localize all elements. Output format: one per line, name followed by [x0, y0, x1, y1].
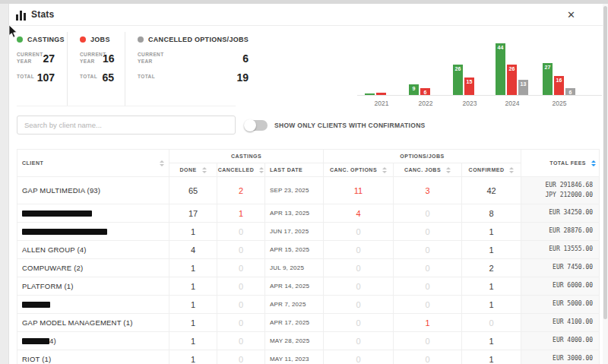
- table-row[interactable]: PLATFORM (1)10APR 14, 2025001EUR 6000.00: [17, 277, 600, 296]
- cancelled-cell: 1: [217, 204, 265, 223]
- cancelled-cell: 2: [217, 177, 265, 204]
- group-header-options-jobs: OPTIONS/JOBS: [324, 150, 521, 163]
- confirmations-toggle[interactable]: [245, 120, 268, 131]
- total-fees-cell: EUR 7450.00: [521, 259, 600, 277]
- column-header-client[interactable]: CLIENT: [17, 150, 169, 177]
- done-cell: 17: [169, 204, 217, 223]
- client-name-cell: GAP MULTIMEDIA (93): [17, 177, 169, 204]
- canc-jobs-cell: 0: [394, 259, 462, 277]
- last-date-cell: APR 14, 2025: [265, 277, 324, 296]
- column-header-canc-options[interactable]: CANC. OPTIONS: [324, 163, 394, 177]
- stat-card-title: CASTINGS: [27, 36, 65, 43]
- group-header-castings: CASTINGS: [169, 150, 324, 163]
- stat-card-castings: CASTINGS CURRENT YEAR27 TOTAL107: [17, 32, 67, 106]
- bar-chart-icon: [16, 10, 26, 24]
- canc-options-cell: 0: [324, 259, 394, 277]
- canc-options-cell: 4: [324, 204, 394, 223]
- chart-bar-jobs-2025: 16: [554, 76, 564, 95]
- stat-card-title: JOBS: [90, 36, 110, 43]
- castings-legend-dot: [17, 36, 23, 43]
- canc-jobs-cell: 0: [394, 204, 462, 223]
- table-row[interactable]: COMPUWARE (2)10JUL 9, 2025002EUR 7450.00: [17, 259, 600, 277]
- search-input[interactable]: [17, 116, 236, 135]
- confirmed-cell: 2: [462, 259, 521, 277]
- canc-jobs-cell: 0: [394, 332, 462, 350]
- redacted-client-name: [22, 302, 50, 308]
- client-name-cell: GAP MODEL MANAGEMENT (1): [17, 314, 169, 332]
- table-row[interactable]: GAP MODEL MANAGEMENT (1)10APR 17, 202501…: [17, 314, 600, 332]
- column-header-canc-jobs[interactable]: CANC. JOBS: [394, 163, 462, 177]
- chart-bar-value-label: 15: [464, 79, 474, 84]
- confirmed-cell: 1: [462, 296, 521, 314]
- canc-jobs-cell: 0: [394, 350, 462, 364]
- done-cell: 4: [169, 241, 217, 259]
- table-row[interactable]: RIOT (1)10MAY 11, 2023001EUR 3000.00: [17, 350, 600, 364]
- chart-x-axis: [357, 95, 602, 96]
- column-header-done[interactable]: DONE: [169, 163, 217, 177]
- chart-bar-cancelled-options-jobs-2025: 6: [565, 88, 575, 95]
- column-header-confirmed[interactable]: CONFIRMED: [462, 163, 521, 177]
- last-date-cell: MAY 28, 2025: [265, 332, 324, 350]
- table-row[interactable]: 4)10MAY 28, 2025001EUR 4000.00: [17, 332, 600, 350]
- stat-row-value: 107: [37, 71, 55, 84]
- cancelled-cell: 0: [217, 350, 265, 364]
- chart-bar-group-2023: 2615: [453, 65, 474, 95]
- cancelled-cell: 0: [217, 296, 265, 314]
- canc-options-cell: 0: [324, 296, 394, 314]
- stat-card-jobs: JOBS CURRENT YEAR16 TOTAL65: [67, 32, 125, 106]
- done-cell: 1: [169, 350, 217, 364]
- last-date-cell: APR 17, 2025: [265, 314, 324, 332]
- clients-stats-table: CLIENT CASTINGS OPTIONS/JOBS TOTAL FEES …: [17, 149, 600, 364]
- done-cell: 1: [169, 277, 217, 296]
- cancelled-cell: 0: [217, 277, 265, 296]
- chart-bar-value-label: 44: [496, 45, 505, 50]
- last-date-cell: JUN 17, 2025: [265, 223, 324, 241]
- stat-row-label: CURRENT YEAR: [80, 52, 103, 65]
- done-cell: 1: [169, 296, 217, 314]
- stat-row-label: TOTAL: [80, 74, 102, 81]
- canc-jobs-cell: 0: [394, 296, 462, 314]
- page-title: Stats: [31, 4, 54, 26]
- table-row[interactable]: 171APR 13, 2025408EUR 34250.00: [17, 204, 600, 223]
- client-name-cell: RIOT (1): [17, 350, 169, 364]
- cancelled-cell: 0: [217, 332, 265, 350]
- yearly-stats-bar-chart: 2021962022261520234426132024271662025: [357, 34, 602, 106]
- canc-options-cell: 0: [324, 314, 394, 332]
- chart-bar-group-2021: [365, 93, 386, 95]
- chart-bar-value-label: 16: [554, 78, 564, 83]
- canc-options-cell: 0: [324, 241, 394, 259]
- table-row[interactable]: 10JUN 17, 2025001EUR 28876.00: [17, 223, 600, 241]
- chart-bar-group-2025: 27166: [543, 63, 575, 95]
- chart-x-tick-2025: 2025: [543, 100, 576, 107]
- sort-icon: [202, 167, 207, 173]
- vertical-scrollbar[interactable]: [603, 4, 608, 364]
- chart-bar-value-label: 9: [409, 86, 419, 91]
- confirmed-cell: 1: [462, 277, 521, 296]
- close-icon[interactable]: ✕: [567, 4, 575, 26]
- total-fees-cell: EUR 13555.00: [521, 241, 600, 259]
- cancelled-cell: 0: [217, 314, 265, 332]
- scrollbar-thumb[interactable]: [603, 6, 607, 319]
- column-header-cancelled[interactable]: CANCELLED: [217, 163, 265, 177]
- sort-icon: [446, 167, 451, 173]
- chart-bar-cancelled-options-jobs-2024: 13: [518, 80, 528, 95]
- chart-bar-value-label: 6: [420, 90, 430, 95]
- table-row[interactable]: GAP MULTIMEDIA (93)652SEP 23, 202511342E…: [17, 177, 600, 204]
- chart-bar-castings-2023: 26: [453, 65, 463, 95]
- client-name-cell: ALLEN GROUP (4): [17, 241, 169, 259]
- modal-header: Stats ✕: [9, 4, 603, 26]
- confirmed-cell: 1: [462, 332, 521, 350]
- column-header-last-date[interactable]: LAST DATE: [265, 163, 324, 177]
- stat-row-value: 16: [103, 52, 115, 65]
- confirmed-cell: 1: [462, 241, 521, 259]
- stat-row-label: TOTAL: [17, 74, 37, 81]
- canc-options-cell: 0: [324, 350, 394, 364]
- column-header-total-fees[interactable]: TOTAL FEES: [521, 150, 600, 177]
- table-row[interactable]: 10APR 7, 2025001EUR 5000.00: [17, 296, 600, 314]
- chart-bar-group-2022: 96: [409, 84, 430, 95]
- canc-jobs-cell: 3: [394, 177, 462, 204]
- stats-summary-section: CASTINGS CURRENT YEAR27 TOTAL107 JOBS CU…: [17, 32, 236, 106]
- done-cell: 1: [169, 223, 217, 241]
- table-row[interactable]: ALLEN GROUP (4)40APR 15, 2025001EUR 1355…: [17, 241, 600, 259]
- chart-bar-castings-2025: 27: [543, 63, 553, 95]
